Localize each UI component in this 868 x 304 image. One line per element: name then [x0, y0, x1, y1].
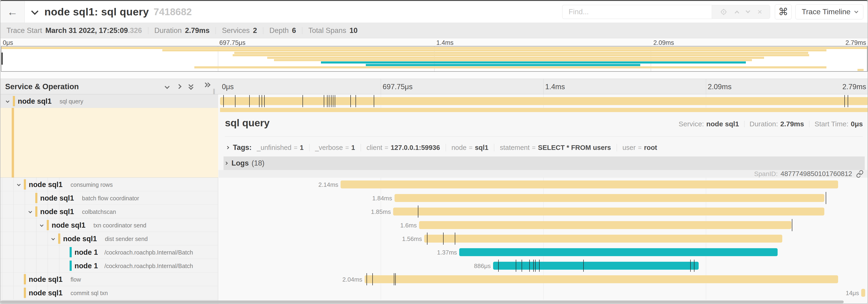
span-tree-cell[interactable]: node sql1consuming rows: [0, 178, 218, 191]
minimap-span-bar: [232, 54, 809, 56]
chevron-down-icon: [854, 9, 858, 13]
log-marker: [374, 95, 374, 107]
log-marker: [844, 95, 845, 107]
locate-icon[interactable]: [720, 8, 727, 15]
span-row[interactable]: node sql1commit sql txn14μs: [0, 286, 868, 300]
chevron-down-icon[interactable]: [52, 237, 55, 240]
span-id-label: SpanID:: [754, 170, 778, 178]
log-marker: [324, 95, 324, 107]
span-bar[interactable]: [395, 194, 824, 202]
divider: [216, 27, 216, 34]
log-marker: [331, 95, 332, 107]
span-detail-title: sql query: [225, 117, 270, 129]
span-tree-cell[interactable]: node 1/cockroach.roachpb.Internal/Batch: [0, 259, 218, 272]
span-row[interactable]: node 1/cockroach.roachpb.Internal/Batch8…: [0, 259, 868, 272]
chevron-down-icon[interactable]: [6, 99, 9, 103]
tag-item[interactable]: node=sql1: [452, 144, 489, 151]
find-input[interactable]: [562, 5, 712, 19]
span-bar[interactable]: [393, 208, 824, 215]
ruler-tick-label: 2.09ms: [708, 83, 732, 91]
detail-meta-label: Service:: [679, 120, 704, 128]
service-color-chip: [70, 261, 72, 271]
collapse-all-icon[interactable]: [189, 83, 195, 90]
span-bar[interactable]: [419, 221, 791, 229]
span-row[interactable]: node sql1txn coordinator send1.6ms: [0, 218, 868, 232]
horizontal-scrollbar[interactable]: [0, 300, 868, 304]
expand-all-icon[interactable]: [204, 83, 210, 90]
span-row[interactable]: node sql1dist sender send1.56ms: [0, 232, 868, 245]
prev-result-icon[interactable]: [735, 10, 739, 13]
column-resize-handle[interactable]: ∥: [213, 88, 216, 95]
span-tree-cell[interactable]: node sql1dist sender send: [0, 232, 218, 245]
back-arrow-icon: ←: [7, 6, 18, 17]
scrollbar-thumb[interactable]: [0, 301, 844, 303]
span-row[interactable]: node sql1batch flow coordinator1.84ms: [0, 191, 868, 205]
tag-item[interactable]: statement=SELECT * FROM users: [500, 144, 611, 151]
logs-title: Logs: [231, 159, 249, 167]
span-tree-cell[interactable]: node sql1commit sql txn: [0, 286, 218, 300]
link-icon[interactable]: [856, 170, 864, 178]
info-value: 6: [292, 26, 296, 35]
span-duration-label: 1.85ms: [371, 208, 391, 215]
span-bar[interactable]: [459, 248, 778, 256]
tag-item[interactable]: _unfinished=1: [257, 144, 303, 151]
divider: [494, 144, 494, 151]
operation-name: colbatchscan: [82, 208, 116, 215]
view-range-handle[interactable]: [1, 53, 3, 65]
span-row[interactable]: node sql1sql query: [0, 94, 868, 108]
clear-find-icon[interactable]: ×: [757, 7, 762, 16]
span-tree-cell[interactable]: node sql1txn coordinator send: [0, 218, 218, 232]
tag-item[interactable]: client=127.0.0.1:59936: [367, 144, 440, 151]
span-row[interactable]: node sql1consuming rows2.14ms: [0, 178, 868, 191]
span-tree-cell[interactable]: node sql1batch flow coordinator: [0, 191, 218, 205]
span-tree-cell[interactable]: node 1/cockroach.roachpb.Internal/Batch: [0, 245, 218, 259]
span-bar[interactable]: [341, 180, 838, 189]
tag-item[interactable]: _verbose=1: [315, 144, 355, 151]
span-duration-label: 2.14ms: [318, 181, 338, 189]
keyboard-shortcuts-button[interactable]: ⌘: [775, 4, 792, 20]
back-button[interactable]: ←: [0, 1, 25, 23]
trace-info-item: Trace StartMarch 31 2022, 17:25:09.326: [6, 26, 142, 35]
span-row[interactable]: node sql1flow2.04ms: [0, 272, 868, 286]
next-result-icon[interactable]: [746, 10, 750, 13]
chevron-down-icon[interactable]: [40, 223, 44, 227]
tag-item[interactable]: user=root: [622, 144, 657, 151]
log-marker: [694, 260, 694, 272]
logs-accordion[interactable]: Logs (18): [223, 157, 865, 170]
detail-meta-value: 0μs: [851, 120, 863, 128]
span-tree-cell[interactable]: node sql1colbatchscan: [0, 205, 218, 218]
span-bar[interactable]: [493, 262, 699, 270]
span-bar[interactable]: [861, 289, 865, 297]
trace-timeline-label: Trace Timeline: [802, 7, 850, 16]
span-tree-cell[interactable]: node sql1flow: [0, 272, 218, 286]
info-value: 10: [349, 26, 358, 35]
trace-timeline-dropdown[interactable]: Trace Timeline: [795, 4, 863, 20]
operation-name: sql query: [60, 98, 83, 105]
equals-sign: =: [345, 144, 349, 151]
trace-title-group[interactable]: node sql1: sql query 7418682: [32, 6, 192, 18]
chevron-down-icon[interactable]: [29, 210, 32, 213]
ruler-tick-label: 697.75μs: [382, 83, 412, 91]
span-bar[interactable]: [220, 97, 868, 105]
minimap-canvas[interactable]: [1, 46, 868, 72]
span-bar[interactable]: [365, 275, 838, 283]
log-marker: [264, 95, 265, 107]
divider: [302, 27, 302, 34]
span-row[interactable]: node sql1colbatchscan1.85ms: [0, 205, 868, 218]
service-operation-header: Service & Operation: [0, 79, 218, 94]
operation-name: dist sender send: [105, 236, 148, 242]
service-name: node 1: [74, 248, 98, 257]
expand-one-icon[interactable]: [177, 85, 181, 88]
log-marker: [355, 95, 356, 107]
tags-accordion[interactable]: Tags: _unfinished=1_verbose=1client=127.…: [225, 141, 863, 154]
span-bar[interactable]: [424, 235, 782, 243]
top-controls: × ⌘ Trace Timeline: [562, 4, 863, 20]
span-detail-bar: [220, 108, 868, 112]
span-tree-cell[interactable]: node sql1sql query: [0, 94, 218, 108]
collapse-one-icon[interactable]: [165, 85, 169, 88]
span-row[interactable]: node 1/cockroach.roachpb.Internal/Batch1…: [0, 245, 868, 259]
log-marker: [327, 95, 328, 107]
find-suffix-controls: ×: [712, 5, 770, 19]
chevron-down-icon: [31, 7, 38, 15]
chevron-down-icon[interactable]: [17, 182, 21, 186]
